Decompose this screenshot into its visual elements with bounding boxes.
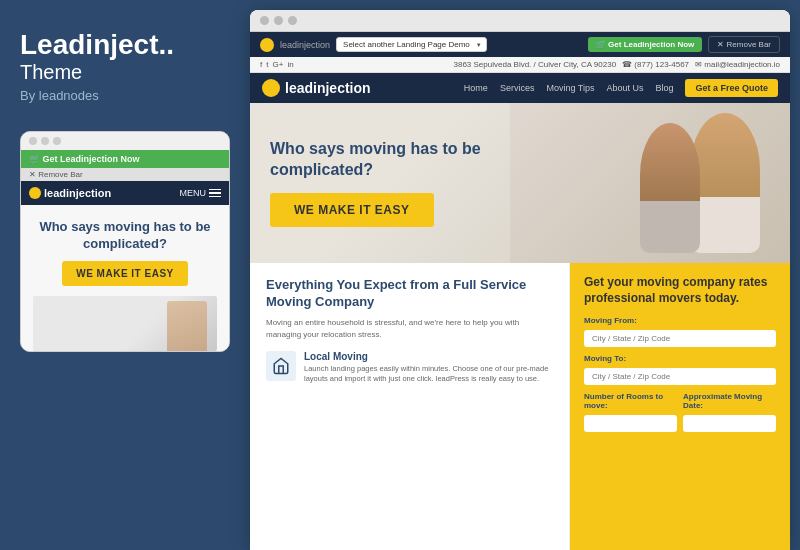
nav-home[interactable]: Home bbox=[464, 83, 488, 93]
bottom-section: Everything You Expect from a Full Servic… bbox=[250, 263, 790, 550]
address-bar: f t G+ in 3863 Sepulveda Blvd. / Culver … bbox=[250, 57, 790, 73]
remove-bar-button[interactable]: ✕ Remove Bar bbox=[708, 36, 780, 53]
address-text: 3863 Sepulveda Blvd. / Culver City, CA 9… bbox=[454, 60, 617, 69]
get-leadinjection-button[interactable]: 🛒 Get Leadinjection Now bbox=[588, 37, 702, 52]
rooms-input[interactable] bbox=[584, 415, 677, 432]
right-panel: leadinjection Select another Landing Pag… bbox=[250, 10, 790, 550]
feature-title: Local Moving bbox=[304, 351, 553, 362]
browser-dot-1 bbox=[260, 16, 269, 25]
contact-info: 3863 Sepulveda Blvd. / Culver City, CA 9… bbox=[454, 60, 781, 69]
form-row-details: Number of Rooms to move: Approximate Mov… bbox=[584, 392, 776, 432]
nav-about-us[interactable]: About Us bbox=[606, 83, 643, 93]
local-moving-icon bbox=[266, 351, 296, 381]
hamburger-icon bbox=[209, 189, 221, 198]
nav-logo-text: leadinjection bbox=[285, 80, 371, 96]
social-icons: f t G+ in bbox=[260, 60, 294, 69]
date-field: Approximate Moving Date: bbox=[683, 392, 776, 432]
mobile-logo: leadinjection bbox=[29, 187, 111, 199]
phone-text: ☎ (877) 123-4567 bbox=[622, 60, 689, 69]
service-section-text: Moving an entire household is stressful,… bbox=[266, 317, 553, 341]
mobile-hero-section: Who says moving has to be complicated? W… bbox=[21, 205, 229, 351]
quote-form: Get your moving company rates profession… bbox=[570, 263, 790, 550]
mobile-menu-label: MENU bbox=[180, 188, 207, 198]
mobile-remove-bar[interactable]: ✕ Remove Bar bbox=[21, 168, 229, 181]
mobile-hero-image bbox=[33, 296, 217, 351]
date-label: Approximate Moving Date: bbox=[683, 392, 776, 410]
email-text: ✉ mail@leadinjection.io bbox=[695, 60, 780, 69]
nav-services[interactable]: Services bbox=[500, 83, 535, 93]
hero-content: Who says moving has to be complicated? W… bbox=[250, 119, 510, 247]
mobile-preview-card: 🛒 Get Leadinjection Now ✕ Remove Bar lea… bbox=[20, 131, 230, 352]
left-panel: Leadinject.. Theme By leadnodes 🛒 Get Le… bbox=[0, 0, 250, 550]
notif-bar-right: 🛒 Get Leadinjection Now ✕ Remove Bar bbox=[588, 36, 780, 53]
nav-blog[interactable]: Blog bbox=[655, 83, 673, 93]
mobile-remove-bar-text: ✕ Remove Bar bbox=[29, 170, 83, 179]
browser-dot-2 bbox=[274, 16, 283, 25]
nav-moving-tips[interactable]: Moving Tips bbox=[546, 83, 594, 93]
browser-chrome bbox=[250, 10, 790, 32]
hero-heading: Who says moving has to be complicated? bbox=[270, 139, 490, 181]
nav-cta-button[interactable]: Get a Free Quote bbox=[685, 79, 778, 97]
moving-to-input[interactable] bbox=[584, 368, 776, 385]
browser-dot-3 bbox=[288, 16, 297, 25]
notif-bar-left: leadinjection Select another Landing Pag… bbox=[260, 37, 487, 52]
hero-cta-button[interactable]: WE MAKE IT EASY bbox=[270, 193, 434, 227]
mobile-dot-3 bbox=[53, 137, 61, 145]
notif-logo-text: leadinjection bbox=[280, 40, 330, 50]
mobile-dot-1 bbox=[29, 137, 37, 145]
mobile-menu[interactable]: MENU bbox=[180, 188, 222, 198]
mobile-green-bar-text: 🛒 Get Leadinjection Now bbox=[29, 154, 140, 164]
feature-description: Launch landing pages easily within minut… bbox=[304, 364, 553, 385]
moving-from-input[interactable] bbox=[584, 330, 776, 347]
form-heading: Get your moving company rates profession… bbox=[584, 275, 776, 306]
mobile-green-bar[interactable]: 🛒 Get Leadinjection Now bbox=[21, 150, 229, 168]
mobile-dot-2 bbox=[41, 137, 49, 145]
feature-local-moving: Local Moving Launch landing pages easily… bbox=[266, 351, 553, 385]
linkedin-icon[interactable]: in bbox=[287, 60, 293, 69]
date-input[interactable] bbox=[683, 415, 776, 432]
mobile-cta-button[interactable]: WE MAKE IT EASY bbox=[62, 261, 188, 286]
theme-subtitle: Theme bbox=[20, 61, 230, 84]
notification-bar: leadinjection Select another Landing Pag… bbox=[250, 32, 790, 57]
demo-select[interactable]: Select another Landing Page Demo bbox=[336, 37, 487, 52]
notif-logo-icon bbox=[260, 38, 274, 52]
nav-logo: leadinjection bbox=[262, 79, 371, 97]
mobile-logo-text: leadinjection bbox=[44, 187, 111, 199]
moving-from-label: Moving From: bbox=[584, 316, 776, 325]
feature-text: Local Moving Launch landing pages easily… bbox=[304, 351, 553, 385]
facebook-icon[interactable]: f bbox=[260, 60, 262, 69]
main-navigation: leadinjection Home Services Moving Tips … bbox=[250, 73, 790, 103]
twitter-icon[interactable]: t bbox=[266, 60, 268, 69]
hero-section: Who says moving has to be complicated? W… bbox=[250, 103, 790, 263]
bottom-left-content: Everything You Expect from a Full Servic… bbox=[250, 263, 570, 550]
demo-select-text: Select another Landing Page Demo bbox=[343, 40, 470, 49]
theme-author: By leadnodes bbox=[20, 88, 230, 103]
rooms-field: Number of Rooms to move: bbox=[584, 392, 677, 432]
moving-to-label: Moving To: bbox=[584, 354, 776, 363]
rooms-label: Number of Rooms to move: bbox=[584, 392, 677, 410]
mobile-top-bar bbox=[21, 132, 229, 150]
desktop-site: leadinjection Select another Landing Pag… bbox=[250, 32, 790, 550]
nav-logo-icon bbox=[262, 79, 280, 97]
theme-info: Leadinject.. Theme By leadnodes bbox=[20, 30, 230, 103]
googleplus-icon[interactable]: G+ bbox=[272, 60, 283, 69]
theme-title: Leadinject.. bbox=[20, 30, 230, 61]
mobile-nav-bar: leadinjection MENU bbox=[21, 181, 229, 205]
mobile-hero-heading: Who says moving has to be complicated? bbox=[33, 219, 217, 253]
mobile-logo-icon bbox=[29, 187, 41, 199]
service-section-heading: Everything You Expect from a Full Servic… bbox=[266, 277, 553, 311]
hero-people-image bbox=[510, 103, 790, 263]
nav-links: Home Services Moving Tips About Us Blog … bbox=[464, 79, 778, 97]
